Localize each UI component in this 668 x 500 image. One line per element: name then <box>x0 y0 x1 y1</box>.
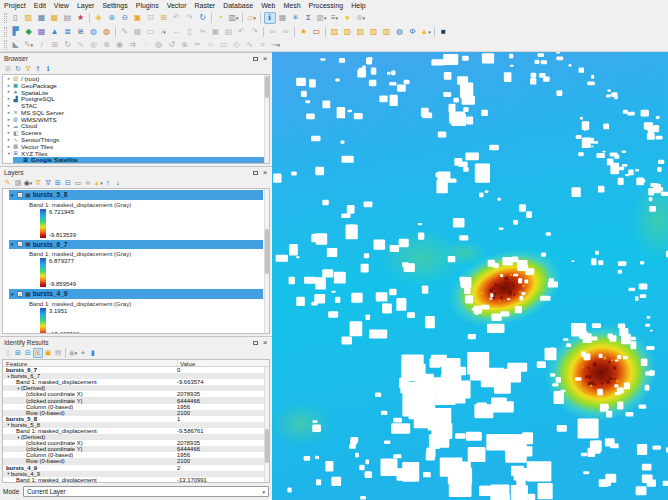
layer-visibility-checkbox[interactable]: ✓ <box>17 192 23 198</box>
open-attribute-table-icon[interactable]: ▦ <box>277 12 289 24</box>
menu-settings[interactable]: Settings <box>98 0 131 11</box>
layer-warning-icon[interactable]: ▲▾ <box>93 178 103 188</box>
annotation-icon[interactable]: ▱▾ <box>246 12 258 24</box>
layers-float-icon[interactable] <box>251 169 259 177</box>
identify-mode-select[interactable]: Current Layer ▾ <box>23 486 269 497</box>
zoom-out-icon[interactable]: ⊖ <box>119 12 131 24</box>
layer-visibility-checkbox[interactable]: ✓ <box>17 291 23 297</box>
add-selected-layers-icon[interactable]: ⊞ <box>3 64 13 74</box>
toolbar-drag-handle[interactable] <box>4 13 7 23</box>
processing-toolbox-icon[interactable]: ✳ <box>290 12 302 24</box>
menu-layer[interactable]: Layer <box>73 0 99 11</box>
add-virtual-layer-icon[interactable]: ◍ <box>88 26 100 38</box>
add-group-icon[interactable]: ▨ <box>13 178 23 188</box>
collapse-all-layers-icon[interactable]: ⊟ <box>63 178 73 188</box>
style-manager-icon[interactable]: ★ <box>75 12 87 24</box>
layer-link-icon[interactable]: ∞ <box>83 178 93 188</box>
layer-item-bursts_6_7[interactable]: ▾✓▦bursts_6_7 <box>9 240 263 250</box>
layers-scrollbar[interactable] <box>264 189 269 333</box>
expand-tree-icon[interactable]: ⊞ <box>13 348 23 358</box>
menu-plugins[interactable]: Plugins <box>132 0 163 11</box>
layer-visibility-checkbox[interactable]: ✓ <box>17 241 23 247</box>
plugin-warning-icon[interactable]: ▲▾ <box>420 26 432 38</box>
measure-icon[interactable]: ≡▾ <box>329 12 341 24</box>
identify-close-icon[interactable]: × <box>261 339 269 347</box>
layer-styling-icon[interactable]: ✎ <box>3 178 13 188</box>
identify-float-icon[interactable] <box>251 339 259 347</box>
show-bookmarks-icon[interactable]: ▭ <box>311 26 323 38</box>
menu-database[interactable]: Database <box>219 0 257 11</box>
collapse-tree-icon[interactable]: ⊟ <box>23 348 33 358</box>
search-plugin-icon[interactable]: ■ <box>438 26 450 38</box>
filter-expression-icon[interactable]: ∇ <box>43 178 53 188</box>
add-delimited-text-icon[interactable]: ≣ <box>62 26 74 38</box>
browser-item-postgresql[interactable]: ▸▟PostgreSQL <box>3 95 269 102</box>
identify-scrollbar-thumb[interactable] <box>265 429 269 463</box>
project-open-icon[interactable]: ▨ <box>23 12 35 24</box>
browser-float-icon[interactable] <box>251 55 259 63</box>
expand-new-results-icon[interactable]: ⊞ <box>33 348 43 358</box>
copy-feature-icon[interactable]: ▣ <box>43 348 53 358</box>
map-canvas[interactable] <box>272 52 668 500</box>
project-save-icon[interactable]: ▦ <box>36 12 48 24</box>
new-map-view-icon[interactable]: ▥▾ <box>228 12 240 24</box>
menu-project[interactable]: Project <box>0 0 30 11</box>
map-themes-icon[interactable]: ◉▾ <box>23 178 33 188</box>
layer-item-bursts_4_9[interactable]: ▾✓▦bursts_4_9 <box>9 289 263 299</box>
project-new-icon[interactable]: ▯ <box>10 12 22 24</box>
zoom-in-icon[interactable]: ⊕ <box>106 12 118 24</box>
move-layer-up-icon[interactable]: ↑ <box>103 178 113 188</box>
toolbar-drag-handle[interactable] <box>4 40 7 50</box>
datasource-manager-icon[interactable]: ▛ <box>10 26 22 38</box>
browser-scrollbar[interactable] <box>264 75 269 163</box>
filter-legend-icon[interactable]: ∇ <box>33 178 43 188</box>
browser-scrollbar-thumb[interactable] <box>265 76 269 98</box>
expand-all-layers-icon[interactable]: ⊞ <box>53 178 63 188</box>
browser-item-wms-wmts[interactable]: ▸◍WMS/WMTS <box>3 116 269 123</box>
toolbar-drag-handle[interactable] <box>4 27 7 37</box>
add-mesh-layer-icon[interactable]: ▲ <box>49 26 61 38</box>
layout-manager-icon[interactable]: ▤ <box>62 12 74 24</box>
zoom-to-layer-icon[interactable]: ⊞ <box>158 12 170 24</box>
browser-close-icon[interactable]: × <box>261 55 269 63</box>
temporal-controller-icon[interactable]: ◔ <box>215 12 227 24</box>
menu-mesh[interactable]: Mesh <box>279 0 304 11</box>
menu-raster[interactable]: Raster <box>191 0 220 11</box>
new-bookmark-icon[interactable]: ★ <box>298 26 310 38</box>
collapse-all-icon[interactable]: ⇑ <box>33 64 43 74</box>
statistical-summary-icon[interactable]: Σ <box>303 12 315 24</box>
zoom-full-icon[interactable]: ▣ <box>132 12 144 24</box>
browser-item-cloud[interactable]: ▸☁Cloud <box>3 123 269 130</box>
identify-scrollbar[interactable] <box>264 367 269 482</box>
menu-vector[interactable]: Vector <box>163 0 191 11</box>
remove-layer-icon[interactable]: ▭ <box>73 178 83 188</box>
menu-web[interactable]: Web <box>257 0 279 11</box>
pan-map-icon[interactable]: ◈ <box>93 12 105 24</box>
move-layer-down-icon[interactable]: ↓ <box>113 178 123 188</box>
embed-layers-icon[interactable]: ▨ <box>355 26 367 38</box>
remove-layer-group-icon[interactable]: ▨ <box>381 26 393 38</box>
menu-edit[interactable]: Edit <box>30 0 50 11</box>
identify-help-icon[interactable]: ▮ <box>88 348 98 358</box>
project-save-as-icon[interactable]: ▦ <box>49 12 61 24</box>
add-wms-layer-icon[interactable]: ◍ <box>101 26 113 38</box>
add-group-layer-icon[interactable]: ▨ <box>329 26 341 38</box>
duplicate-layer-icon[interactable]: ▨ <box>368 26 380 38</box>
refresh-browser-icon[interactable]: ↻ <box>13 64 23 74</box>
layers-close-icon[interactable]: × <box>261 169 269 177</box>
python-console-icon[interactable]: Φ <box>407 26 419 38</box>
globe-web-icon[interactable]: ◍ <box>394 26 406 38</box>
layer-item-bursts_5_8[interactable]: ▾✓▦bursts_5_8 <box>9 190 263 200</box>
add-raster-layer-icon[interactable]: ▦ <box>36 26 48 38</box>
add-postgis-layer-icon[interactable]: ≋ <box>75 26 87 38</box>
identify-features-icon[interactable]: ℹ <box>264 12 276 24</box>
add-vector-layer-icon[interactable]: ◆ <box>23 26 35 38</box>
menu-help[interactable]: Help <box>347 0 369 11</box>
layers-scrollbar-thumb[interactable] <box>265 229 269 274</box>
identify-settings-icon[interactable]: ⌖ <box>78 348 88 358</box>
browser-item-google-satellite[interactable]: ⊞Google Satellite <box>13 157 269 164</box>
add-layer-definition-icon[interactable]: ▨ <box>342 26 354 38</box>
map-tips-icon[interactable]: ● <box>342 12 354 24</box>
menu-view[interactable]: View <box>50 0 73 11</box>
map-refresh-icon[interactable]: ↻ <box>197 12 209 24</box>
